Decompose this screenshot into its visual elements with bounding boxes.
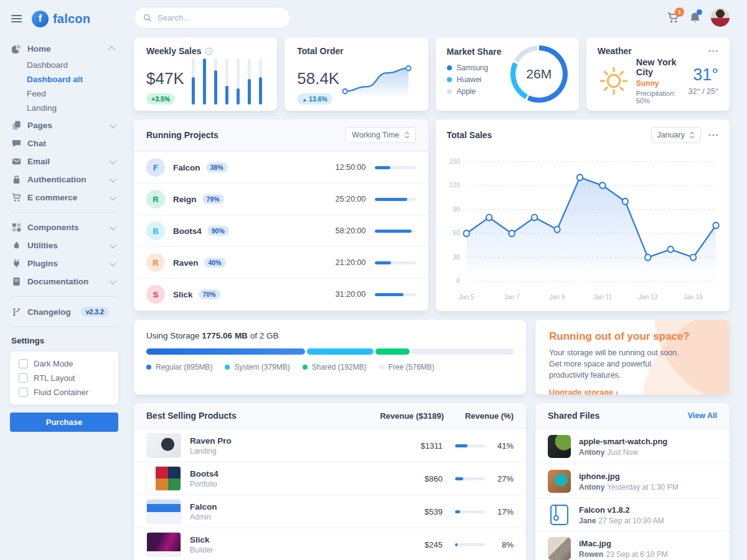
settings-option[interactable]: RTL Layout	[19, 373, 110, 383]
search-icon	[143, 14, 151, 22]
sidebar-item[interactable]: Authentication	[10, 170, 118, 189]
upgrade-storage-link[interactable]: Upgrade storage ›	[549, 388, 618, 394]
settings-checkbox[interactable]	[19, 388, 28, 397]
month-select[interactable]: January	[651, 127, 701, 143]
sidebar-subitem[interactable]: Landing	[10, 101, 118, 115]
project-percent-badge: 79%	[202, 194, 224, 204]
svg-text:120: 120	[449, 181, 459, 189]
project-name[interactable]: Reign	[173, 195, 197, 204]
search-input[interactable]	[156, 12, 281, 23]
question-icon[interactable]: ?	[205, 47, 213, 55]
dots-icon[interactable]	[708, 134, 718, 136]
sidebar-subitem[interactable]: Dashboard alt	[10, 72, 118, 86]
sidebar-item-changelog[interactable]: Changelog v2.3.2	[10, 302, 118, 321]
product-row[interactable]: Slick Builder $245 8%	[134, 528, 526, 560]
updown-icon	[690, 131, 695, 139]
settings-option[interactable]: Dark Mode	[19, 359, 110, 368]
svg-text:Jan 11: Jan 11	[593, 292, 611, 300]
sidebar-subitem[interactable]: Feed	[10, 86, 118, 101]
file-owner: Antony	[579, 448, 604, 457]
total-sales-card: Total Sales January 0306090120150Jan 5Ja…	[436, 119, 730, 311]
sidebar-item[interactable]: Pages	[10, 116, 118, 134]
project-row[interactable]: S Slick 70% 31:20:00	[134, 278, 428, 310]
search-box[interactable]	[134, 7, 291, 29]
brand-name: falcon	[53, 12, 90, 26]
chevron-icon	[110, 141, 115, 146]
settings-checkbox[interactable]	[19, 359, 28, 368]
sidebar-item[interactable]: Components	[10, 218, 118, 236]
hamburger-menu-icon[interactable]	[10, 12, 23, 25]
file-thumbnail	[548, 537, 571, 560]
card-title: Best Selling Products	[146, 411, 335, 421]
settings-option[interactable]: Fluid Container	[19, 388, 110, 397]
file-name[interactable]: Falcon v1.8.2	[579, 505, 664, 515]
cart-button[interactable]: 1	[667, 12, 679, 24]
view-all-link[interactable]: View All	[688, 411, 717, 420]
chevron-icon	[110, 277, 116, 284]
dots-icon[interactable]	[708, 50, 718, 52]
project-time: 21:20:00	[336, 258, 366, 267]
sidebar-item[interactable]: Plugins	[10, 254, 118, 273]
project-name[interactable]: Slick	[173, 290, 193, 299]
user-avatar[interactable]	[711, 8, 730, 27]
settings-option-label: RTL Layout	[34, 373, 75, 383]
sidebar-item[interactable]: Documentation	[10, 273, 118, 291]
chevron-icon	[110, 193, 116, 200]
sidebar-item[interactable]: Chat	[10, 134, 118, 152]
product-category: Landing	[190, 447, 393, 455]
legend-item: Huawei	[447, 75, 505, 84]
product-name[interactable]: Boots4	[190, 469, 393, 478]
project-avatar: S	[146, 285, 165, 304]
chevron-icon	[110, 175, 116, 182]
cart-icon	[11, 193, 21, 202]
file-row[interactable]: apple-smart-watch.png AntonyJust Now	[535, 429, 730, 464]
project-avatar: F	[146, 158, 165, 177]
sidebar-subitem[interactable]: Dashboard	[10, 58, 118, 72]
svg-text:?: ?	[208, 49, 210, 54]
project-row[interactable]: B Boots4 90% 58:20:00	[134, 215, 428, 246]
legend-label: Free (576MB)	[388, 363, 435, 371]
topbar: 1	[134, 5, 730, 30]
product-name[interactable]: Falcon	[190, 502, 393, 511]
chevron-icon	[110, 259, 116, 266]
sidebar-item[interactable]: Utilities	[10, 236, 118, 254]
project-row[interactable]: R Raven 40% 21:20:00	[134, 246, 428, 278]
file-name[interactable]: iMac.jpg	[579, 539, 668, 548]
product-row[interactable]: Boots4 Portfolio $860 27%	[134, 462, 526, 495]
sidebar-item-home[interactable]: Home	[10, 40, 118, 58]
project-name[interactable]: Raven	[173, 258, 199, 268]
product-row[interactable]: Raven Pro Landing $1311 41%	[134, 429, 526, 462]
file-row[interactable]: iMac.jpg Rowen23 Sep at 6:10 PM	[535, 531, 730, 560]
product-row[interactable]: Falcon Admin $539 17%	[134, 495, 526, 528]
product-revenue: $539	[393, 507, 443, 516]
chevron-icon	[110, 223, 116, 230]
sidebar-item[interactable]: Email	[10, 152, 118, 170]
sidebar-item[interactable]: E commerce	[10, 189, 118, 207]
project-name[interactable]: Falcon	[173, 163, 200, 172]
product-name[interactable]: Raven Pro	[190, 436, 393, 446]
sidebar-item-label: Documentation	[27, 277, 88, 286]
svg-text:150: 150	[449, 157, 459, 164]
notifications-button[interactable]	[689, 12, 701, 24]
file-row[interactable]: Falcon v1.8.2 Jane27 Sep at 10:30 AM	[535, 498, 730, 531]
settings-heading: Settings	[10, 334, 118, 348]
weather-precipitation: Precipitation: 50%	[636, 90, 682, 105]
settings-checkbox[interactable]	[19, 373, 28, 383]
market-share-legend: Samsung Huawei Apple	[447, 63, 505, 96]
file-name[interactable]: apple-smart-watch.png	[579, 437, 667, 446]
purchase-button[interactable]: Purchase	[10, 413, 118, 432]
project-row[interactable]: R Reign 79% 25:20:00	[134, 183, 428, 215]
project-name[interactable]: Boots4	[173, 226, 202, 236]
market-share-donut: 26M	[510, 45, 568, 103]
card-title: Total Order	[297, 46, 343, 56]
project-progress-bar	[375, 166, 416, 169]
working-time-select[interactable]: Working Time	[345, 127, 415, 143]
file-name[interactable]: iphone.jpg	[579, 472, 679, 481]
donut-center-label: 26M	[515, 50, 563, 98]
brand-logo[interactable]: f falcon	[32, 11, 90, 27]
product-name[interactable]: Slick	[190, 535, 393, 544]
storage-title: Using Storage 1775.06 MB of 2 GB	[146, 331, 514, 340]
project-row[interactable]: F Falcon 38% 12:50:00	[134, 151, 428, 183]
file-row[interactable]: iphone.jpg AntonyYesterday at 1:30 PM	[535, 464, 730, 498]
revenue-percent: 8%	[485, 540, 514, 549]
